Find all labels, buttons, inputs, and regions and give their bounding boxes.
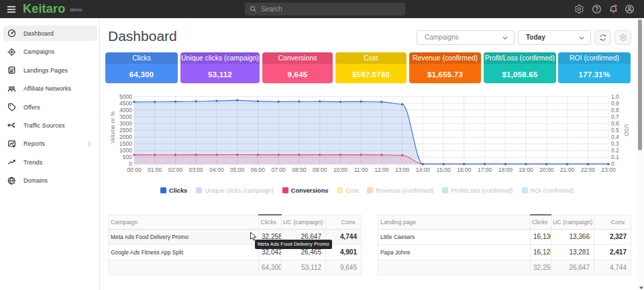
- svg-text:09:00: 09:00: [313, 166, 327, 173]
- svg-text:0.1: 0.1: [611, 154, 619, 160]
- svg-text:0.3: 0.3: [611, 140, 619, 147]
- svg-text:00:00: 00:00: [127, 166, 142, 173]
- svg-text:07:00: 07:00: [272, 166, 286, 173]
- svg-text:11:00: 11:00: [354, 166, 368, 173]
- svg-text:22:00: 22:00: [581, 166, 596, 173]
- svg-text:3000: 3000: [119, 120, 132, 127]
- svg-text:500: 500: [123, 154, 132, 160]
- svg-text:08:00: 08:00: [292, 166, 307, 173]
- svg-text:4000: 4000: [119, 107, 132, 113]
- svg-text:12:00: 12:00: [374, 166, 389, 173]
- svg-text:0.9: 0.9: [611, 100, 619, 107]
- svg-text:0.8: 0.8: [611, 107, 619, 113]
- svg-text:04:00: 04:00: [209, 166, 224, 173]
- svg-text:1.0: 1.0: [611, 93, 619, 100]
- svg-text:10:00: 10:00: [333, 166, 348, 173]
- svg-text:0.2: 0.2: [611, 147, 619, 154]
- svg-text:06:00: 06:00: [251, 166, 266, 173]
- svg-text:13:00: 13:00: [395, 166, 410, 173]
- svg-text:16:00: 16:00: [457, 166, 472, 173]
- svg-text:14:00: 14:00: [416, 166, 431, 173]
- svg-text:0.6: 0.6: [611, 120, 619, 127]
- svg-text:02:00: 02:00: [168, 166, 183, 173]
- svg-text:0.7: 0.7: [611, 113, 619, 120]
- svg-text:1500: 1500: [119, 140, 132, 147]
- svg-text:23:00: 23:00: [601, 166, 616, 173]
- svg-text:18:00: 18:00: [498, 166, 513, 173]
- svg-text:15:00: 15:00: [436, 166, 451, 173]
- svg-text:0.4: 0.4: [611, 134, 619, 140]
- svg-text:20:00: 20:00: [539, 166, 554, 173]
- svg-text:19:00: 19:00: [519, 166, 533, 173]
- svg-text:5000: 5000: [119, 93, 132, 100]
- svg-text:3500: 3500: [119, 113, 132, 120]
- svg-text:17:00: 17:00: [478, 166, 492, 173]
- svg-text:1000: 1000: [119, 147, 132, 154]
- svg-text:03:00: 03:00: [189, 166, 204, 173]
- svg-text:4500: 4500: [119, 100, 132, 107]
- svg-text:2500: 2500: [119, 127, 132, 134]
- svg-text:21:00: 21:00: [560, 166, 575, 173]
- svg-text:0.5: 0.5: [611, 127, 619, 134]
- svg-text:2000: 2000: [119, 134, 132, 140]
- svg-text:05:00: 05:00: [230, 166, 245, 173]
- svg-text:01:00: 01:00: [148, 166, 162, 173]
